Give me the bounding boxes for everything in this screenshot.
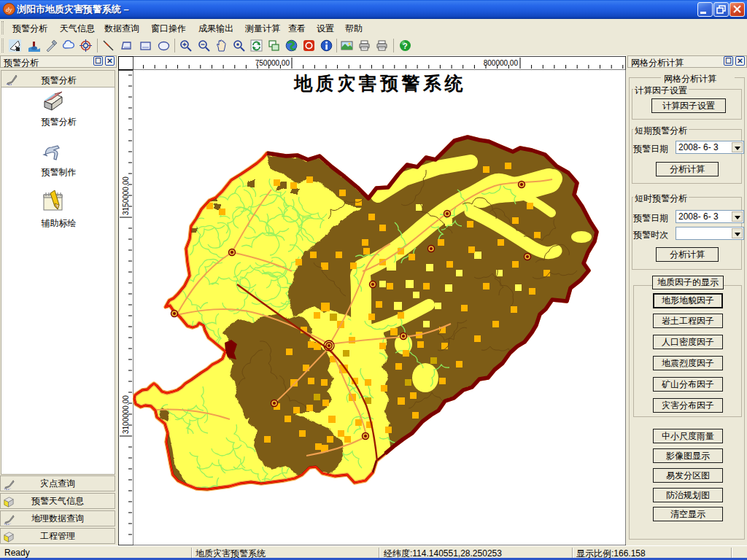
svg-text:800000.00: 800000.00 bbox=[484, 59, 519, 67]
svg-text:?: ? bbox=[403, 42, 408, 50]
svg-text:750000.00: 750000.00 bbox=[255, 59, 290, 67]
svg-text:dy: dy bbox=[6, 6, 12, 13]
svg-text:地质灾害预警系统: 地质灾害预警系统 bbox=[293, 74, 466, 93]
